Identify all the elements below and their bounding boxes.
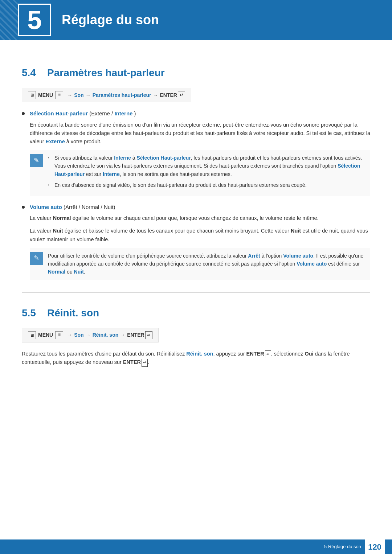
note-icon-2 xyxy=(30,252,43,265)
page-number: 120 xyxy=(365,539,385,554)
bullet-dot-1 xyxy=(22,112,25,115)
speaker-selection-interne: Interne xyxy=(114,110,132,116)
enter-5-5: ENTER xyxy=(127,331,144,339)
grid-icon-5-4: ⠿ xyxy=(55,91,63,99)
bullet-volume-auto-heading: Volume auto (Arrêt / Normal / Nuit) xyxy=(22,203,370,212)
bullet-volume-auto-title: Volume auto (Arrêt / Normal / Nuit) xyxy=(30,203,115,212)
note-box-speaker-selection: Si vous attribuez la valeur Interne à Sé… xyxy=(30,150,370,196)
section-5-5-heading: 5.5 Réinit. son xyxy=(22,305,370,321)
menu-path-5-4: ⊞ MENU ⠿ → Son → Paramètres haut-parleur… xyxy=(22,88,191,102)
bullet-volume-auto-body2: La valeur Nuit égalise et baisse le volu… xyxy=(30,227,370,243)
grid-icon-5-5: ⠿ xyxy=(55,331,63,339)
bullet-volume-auto: Volume auto (Arrêt / Normal / Nuit) La v… xyxy=(22,203,370,280)
page-header: 5 Réglage du son xyxy=(0,0,392,40)
enter-5-4: ENTER xyxy=(160,91,177,99)
arrow1-5-5: → xyxy=(67,331,72,339)
bullet-volume-auto-body1: La valeur Normal égalise le volume sur c… xyxy=(30,214,370,222)
enter-icon-5-4: ↵ xyxy=(178,91,185,99)
page-footer: 5 Réglage du son 120 xyxy=(0,539,392,554)
section-5-5-title: Réinit. son xyxy=(47,305,99,321)
section-5-4-title: Paramètres haut-parleur xyxy=(47,65,165,81)
enter-icon-5-5: ↵ xyxy=(145,331,152,339)
speaker-selection-label: Sélection Haut-parleur xyxy=(30,110,88,116)
bullet-speaker-selection-title: Sélection Haut-parleur (Externe / Intern… xyxy=(30,110,136,118)
section-divider xyxy=(22,292,370,293)
note-box-volume-auto: Pour utiliser le contrôle de volume d'un… xyxy=(30,248,370,280)
bullet-speaker-selection-body: En écoutant la bande sonore d'une émissi… xyxy=(30,121,370,146)
note-content-speaker-selection: Si vous attribuez la valeur Interne à Sé… xyxy=(48,154,370,192)
arrow3-5-5: → xyxy=(120,331,125,339)
section-5-5-number: 5.5 xyxy=(22,305,47,321)
volume-auto-options: (Arrêt / Normal / Nuit) xyxy=(64,204,115,210)
stripe-decoration xyxy=(0,0,18,40)
arrow2-5-4: → xyxy=(86,91,91,99)
destination-5-4: Paramètres haut-parleur xyxy=(93,91,151,99)
son-label-5-5: Son xyxy=(74,331,83,339)
arrow3-5-4: → xyxy=(153,91,158,99)
son-label-5-4: Son xyxy=(74,91,83,99)
menu-label-5-5: MENU xyxy=(38,331,53,339)
main-content: 5.4 Paramètres haut-parleur ⊞ MENU ⠿ → S… xyxy=(0,40,392,393)
chapter-title: Réglage du son xyxy=(62,10,159,30)
footer-text: 5 Réglage du son xyxy=(324,543,361,550)
note-item-2: En cas d'absence de signal vidéo, le son… xyxy=(48,181,370,189)
bullet-dot-2 xyxy=(22,206,25,209)
destination-5-5: Réinit. son xyxy=(93,331,119,339)
menu-path-5-5: ⊞ MENU ⠿ → Son → Réinit. son → ENTER ↵ xyxy=(22,328,159,342)
chapter-number: 5 xyxy=(18,4,51,36)
menu-label-5-4: MENU xyxy=(38,91,53,99)
bullet-speaker-selection: Sélection Haut-parleur (Externe / Intern… xyxy=(22,110,370,196)
section-5-5-body: Restaurez tous les paramètres d'usine pa… xyxy=(22,350,370,367)
speaker-selection-options: (Externe / xyxy=(89,110,114,116)
menu-icon-5-5: ⊞ xyxy=(28,331,36,339)
menu-icon-5-4: ⊞ xyxy=(28,91,36,99)
bullet-speaker-selection-heading: Sélection Haut-parleur (Externe / Intern… xyxy=(22,110,370,118)
arrow1-5-4: → xyxy=(67,91,72,99)
note-item-1: Si vous attribuez la valeur Interne à Sé… xyxy=(48,154,370,178)
volume-auto-label: Volume auto xyxy=(30,204,62,210)
speaker-selection-close: ) xyxy=(134,110,136,116)
section-5-4-heading: 5.4 Paramètres haut-parleur xyxy=(22,65,370,81)
arrow2-5-5: → xyxy=(86,331,91,339)
note-icon-1 xyxy=(30,154,43,167)
section-5-4-number: 5.4 xyxy=(22,65,47,81)
note-content-volume-auto: Pour utiliser le contrôle de volume d'un… xyxy=(48,252,370,276)
